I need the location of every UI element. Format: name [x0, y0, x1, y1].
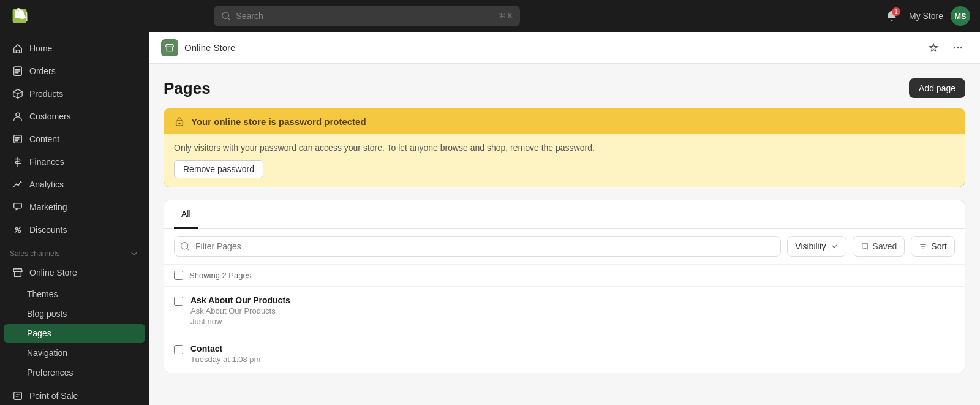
notification-badge: 1 [892, 7, 900, 16]
pages-section: Pages Add page Your online store is pass… [149, 64, 980, 373]
sales-channels-label: Sales channels [0, 241, 149, 261]
sidebar-sub-item-blog-posts[interactable]: Blog posts [4, 305, 145, 323]
sidebar-item-customers-label: Customers [29, 112, 71, 121]
notification-bell[interactable]: 1 [882, 6, 902, 26]
visibility-button[interactable]: Visibility [787, 236, 846, 257]
table-row: Contact Tuesday at 1:08 pm [164, 335, 965, 373]
sidebar-sub-item-themes-label: Themes [27, 289, 58, 299]
sidebar-item-discounts[interactable]: Discounts [4, 219, 145, 241]
sidebar-item-online-store[interactable]: Online Store [4, 262, 145, 284]
shopify-logo-icon [10, 6, 29, 26]
svg-point-10 [960, 47, 962, 48]
password-warning: Your online store is password protected … [164, 108, 965, 187]
filter-input-wrap [174, 236, 781, 257]
avatar[interactable]: MS [951, 6, 970, 26]
store-icon-inner [165, 43, 175, 53]
sort-button[interactable]: Sort [911, 236, 955, 257]
search-shortcut: ⌘ K [499, 12, 513, 20]
sort-label: Sort [931, 241, 947, 251]
search-input[interactable] [236, 11, 494, 21]
pages-card: All Visibility Saved [164, 200, 965, 373]
add-page-button[interactable]: Add page [909, 78, 965, 98]
chevron-down-icon [830, 242, 839, 251]
store-name: My Store [909, 11, 943, 21]
sidebar-sub-item-navigation-label: Navigation [27, 348, 67, 358]
more-button[interactable] [948, 38, 968, 58]
sort-icon [919, 242, 927, 251]
filter-input[interactable] [174, 236, 781, 257]
password-warning-body: Only visitors with your password can acc… [164, 134, 965, 187]
tab-all[interactable]: All [174, 200, 198, 229]
svg-point-5 [18, 230, 21, 233]
saved-button[interactable]: Saved [853, 236, 905, 257]
home-icon [12, 43, 23, 54]
sidebar-sub-item-pages[interactable]: Pages [4, 324, 145, 343]
pages-header: Pages Add page [164, 78, 965, 98]
pages-count-row: Showing 2 Pages [164, 265, 965, 287]
svg-rect-6 [14, 392, 22, 400]
table-row: Ask About Our Products Ask About Our Pro… [164, 287, 965, 335]
search-bar[interactable]: ⌘ K [214, 6, 520, 26]
sidebar-item-online-store-label: Online Store [29, 268, 77, 278]
marketing-icon [12, 202, 23, 213]
analytics-icon [12, 179, 23, 190]
sidebar-sub-item-pages-label: Pages [27, 328, 51, 338]
sidebar-item-analytics[interactable]: Analytics [4, 173, 145, 195]
online-store-header-right [924, 38, 968, 58]
saved-label: Saved [873, 241, 897, 251]
sidebar-item-point-of-sale[interactable]: Point of Sale [4, 385, 145, 405]
sidebar-item-home-label: Home [29, 44, 52, 53]
row-1-name[interactable]: Ask About Our Products [190, 295, 955, 305]
sidebar-item-pos-label: Point of Sale [29, 391, 78, 401]
expand-icon[interactable] [129, 249, 139, 259]
pos-icon [12, 390, 23, 401]
online-store-app-icon [161, 39, 178, 56]
sidebar-item-home[interactable]: Home [4, 37, 145, 59]
pin-button[interactable] [924, 38, 943, 58]
pages-count-text: Showing 2 Pages [189, 271, 251, 280]
online-store-header: Online Store [149, 32, 980, 64]
row-2-subtitle: Tuesday at 1:08 pm [190, 355, 955, 364]
orders-icon [12, 66, 23, 77]
row-1-checkbox[interactable] [174, 297, 183, 306]
sidebar-item-orders-label: Orders [29, 66, 56, 76]
topbar: ⌘ K 1 My Store MS [0, 0, 980, 32]
row-2-name[interactable]: Contact [190, 344, 955, 354]
sidebar-item-products[interactable]: Products [4, 83, 145, 105]
online-store-header-left: Online Store [161, 39, 235, 56]
sidebar-item-finances[interactable]: Finances [4, 151, 145, 173]
svg-point-2 [16, 113, 20, 116]
online-store-title: Online Store [184, 42, 235, 53]
main-layout: Home Orders Products Customers Content F… [0, 32, 980, 405]
svg-point-9 [957, 47, 959, 48]
sidebar-sub-item-blog-posts-label: Blog posts [27, 309, 67, 319]
sidebar-sub-item-themes[interactable]: Themes [4, 285, 145, 303]
discounts-icon [12, 224, 23, 235]
svg-point-8 [954, 47, 956, 48]
remove-password-button[interactable]: Remove password [174, 160, 263, 178]
sidebar-item-products-label: Products [29, 89, 63, 99]
customers-icon [12, 111, 23, 122]
lock-icon [174, 116, 185, 127]
sidebar-sub-item-preferences[interactable]: Preferences [4, 363, 145, 382]
sidebar-sub-item-navigation[interactable]: Navigation [4, 344, 145, 362]
pages-tabs: All [164, 200, 965, 229]
sidebar-item-content[interactable]: Content [4, 128, 145, 150]
bookmark-icon [861, 242, 869, 251]
sidebar-item-content-label: Content [29, 134, 59, 144]
row-2-info: Contact Tuesday at 1:08 pm [190, 344, 955, 364]
sidebar-item-marketing[interactable]: Marketing [4, 196, 145, 218]
sidebar-item-analytics-label: Analytics [29, 180, 64, 189]
row-2-checkbox[interactable] [174, 345, 183, 354]
pin-icon [928, 42, 939, 53]
search-icon [221, 11, 231, 21]
select-all-checkbox[interactable] [174, 271, 183, 280]
sidebar-item-orders[interactable]: Orders [4, 60, 145, 82]
sidebar-item-customers[interactable]: Customers [4, 105, 145, 127]
more-icon [952, 42, 963, 53]
sidebar-item-marketing-label: Marketing [29, 202, 67, 212]
password-warning-header: Your online store is password protected [164, 108, 965, 134]
row-1-time: Just now [190, 317, 955, 326]
sidebar-sub-item-preferences-label: Preferences [27, 368, 73, 377]
row-1-subtitle: Ask About Our Products [190, 306, 955, 316]
